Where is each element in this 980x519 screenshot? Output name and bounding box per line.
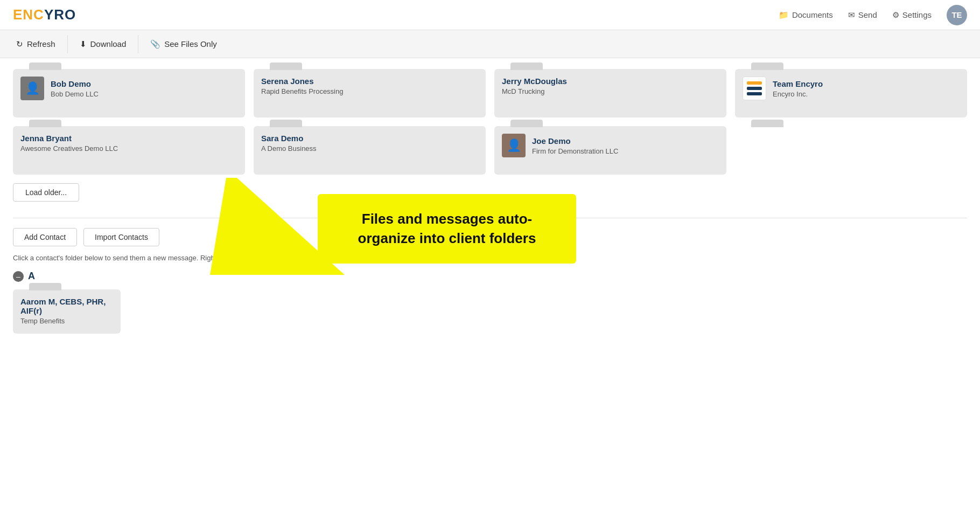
see-files-only-button[interactable]: 📎 See Files Only — [138, 35, 229, 53]
contact-company-team-encyro: Encyro Inc. — [773, 90, 960, 98]
contact-name-jenna-bryant: Jenna Bryant — [20, 134, 237, 143]
refresh-button[interactable]: ↻ Refresh — [4, 35, 68, 53]
contact-company-serena-jones: Rapid Benefits Processing — [261, 87, 478, 95]
clip-icon: 📎 — [150, 39, 160, 49]
download-button[interactable]: ⬇ Download — [68, 35, 139, 53]
recent-folders-row2: Jenna Bryant Awesome Creatives Demo LLC … — [13, 126, 967, 175]
contact-info-jerry-mcdouglas: Jerry McDouglas McD Trucking — [502, 77, 719, 95]
nav-documents[interactable]: 📁 Documents — [779, 10, 833, 20]
contact-name-jerry-mcdouglas: Jerry McDouglas — [502, 77, 719, 86]
section-divider — [13, 218, 967, 218]
folder-joe-demo[interactable]: 👤 Joe Demo Firm for Demonstration LLC — [494, 126, 726, 175]
logo-yro: YRO — [44, 6, 76, 23]
refresh-icon: ↻ — [16, 39, 23, 49]
contact-company-joe-demo: Firm for Demonstration LLC — [532, 147, 719, 155]
toolbar: ↻ Refresh ⬇ Download 📎 See Files Only — [0, 30, 980, 58]
folder-sara-demo[interactable]: Sara Demo A Demo Business — [254, 126, 486, 175]
download-label: Download — [90, 39, 127, 49]
nav-send[interactable]: ✉ Send — [848, 10, 877, 20]
contacts-hint: Click a contact's folder below to send t… — [13, 254, 967, 262]
folder-team-encyro[interactable]: Team Encyro Encyro Inc. — [735, 69, 967, 117]
nav-settings[interactable]: ⚙ Settings — [892, 10, 932, 20]
contact-name-team-encyro: Team Encyro — [773, 79, 960, 88]
contact-company-sara-demo: A Demo Business — [261, 144, 478, 153]
recent-folders-row1: 👤 Bob Demo Bob Demo LLC Serena Jones Rap… — [13, 69, 967, 117]
contact-info-bob-demo: Bob Demo Bob Demo LLC — [51, 79, 237, 98]
logo-enc: ENC — [13, 6, 44, 23]
folder-bob-demo[interactable]: 👤 Bob Demo Bob Demo LLC — [13, 69, 245, 117]
contact-company-bob-demo: Bob Demo LLC — [51, 90, 237, 98]
contact-info-sara-demo: Sara Demo A Demo Business — [261, 134, 478, 153]
group-label-a: A — [28, 271, 35, 282]
see-files-only-label: See Files Only — [164, 39, 217, 49]
nav-documents-label: Documents — [792, 10, 833, 19]
import-contacts-button[interactable]: Import Contacts — [83, 228, 159, 246]
avatar-bob-demo: 👤 — [20, 77, 44, 100]
contact-info-joe-demo: Joe Demo Firm for Demonstration LLC — [532, 136, 719, 155]
folder-aarom-m[interactable]: Aarom M, CEBS, PHR, AIF(r) Temp Benefits — [13, 289, 121, 334]
download-icon: ⬇ — [80, 39, 87, 49]
folder-jenna-bryant[interactable]: Jenna Bryant Awesome Creatives Demo LLC — [13, 126, 245, 175]
header-nav: 📁 Documents ✉ Send ⚙ Settings TE — [779, 5, 967, 25]
gear-icon: ⚙ — [892, 10, 899, 20]
folder-empty-slot — [735, 126, 967, 175]
logo-text: ENCYRO — [13, 6, 76, 23]
main: 👤 Bob Demo Bob Demo LLC Serena Jones Rap… — [0, 58, 980, 344]
contact-name-sara-demo: Sara Demo — [261, 134, 478, 143]
avatar[interactable]: TE — [947, 5, 967, 25]
logo: ENCYRO — [13, 6, 76, 23]
contact-name-bob-demo: Bob Demo — [51, 79, 237, 88]
contact-info-team-encyro: Team Encyro Encyro Inc. — [773, 79, 960, 98]
contact-name-joe-demo: Joe Demo — [532, 136, 719, 146]
refresh-label: Refresh — [27, 39, 55, 49]
contact-info-aarom-m: Aarom M, CEBS, PHR, AIF(r) Temp Benefits — [20, 297, 113, 325]
contact-name-serena-jones: Serena Jones — [261, 77, 478, 86]
group-collapse-a[interactable]: – — [13, 271, 24, 282]
contact-name-aarom-m: Aarom M, CEBS, PHR, AIF(r) — [20, 297, 113, 315]
contacts-actions: Add Contact Import Contacts — [13, 228, 967, 246]
avatar-joe-demo: 👤 — [502, 134, 526, 157]
contact-info-jenna-bryant: Jenna Bryant Awesome Creatives Demo LLC — [20, 134, 237, 153]
header: ENCYRO 📁 Documents ✉ Send ⚙ Settings TE — [0, 0, 980, 30]
contact-info-serena-jones: Serena Jones Rapid Benefits Processing — [261, 77, 478, 95]
folder-jerry-mcdouglas[interactable]: Jerry McDouglas McD Trucking — [494, 69, 726, 117]
contact-company-jerry-mcdouglas: McD Trucking — [502, 87, 719, 95]
contact-company-jenna-bryant: Awesome Creatives Demo LLC — [20, 144, 237, 153]
team-encyro-logo — [743, 77, 766, 100]
folder-serena-jones[interactable]: Serena Jones Rapid Benefits Processing — [254, 69, 486, 117]
load-older-button[interactable]: Load older... — [13, 183, 79, 202]
nav-send-label: Send — [858, 10, 877, 19]
add-contact-button[interactable]: Add Contact — [13, 228, 77, 246]
nav-settings-label: Settings — [902, 10, 932, 19]
folder-icon: 📁 — [779, 10, 789, 20]
send-icon: ✉ — [848, 10, 855, 20]
group-header-a: – A — [13, 271, 967, 282]
contact-company-aarom-m: Temp Benefits — [20, 317, 113, 325]
